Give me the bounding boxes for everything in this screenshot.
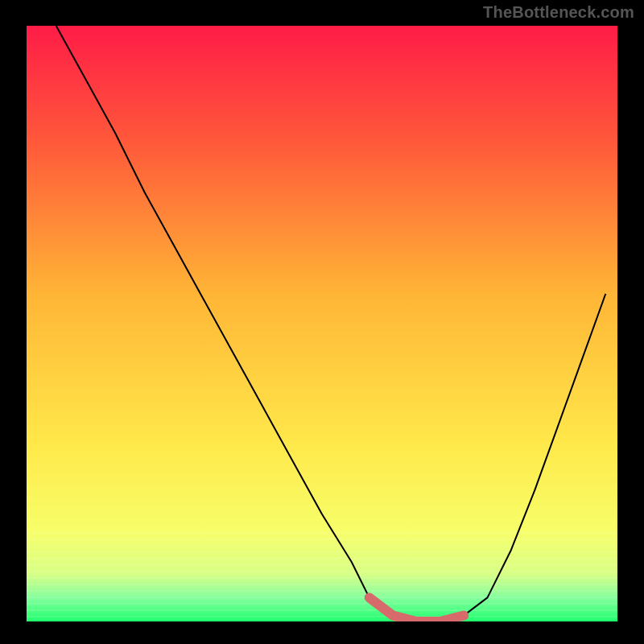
- chart-svg: [0, 0, 644, 644]
- watermark-text: TheBottleneck.com: [483, 3, 634, 22]
- chart-frame: [617, 0, 644, 644]
- chart-frame: [0, 0, 27, 644]
- chart-container: TheBottleneck.com: [0, 0, 644, 644]
- plot-background: [27, 26, 617, 621]
- chart-frame: [0, 621, 644, 644]
